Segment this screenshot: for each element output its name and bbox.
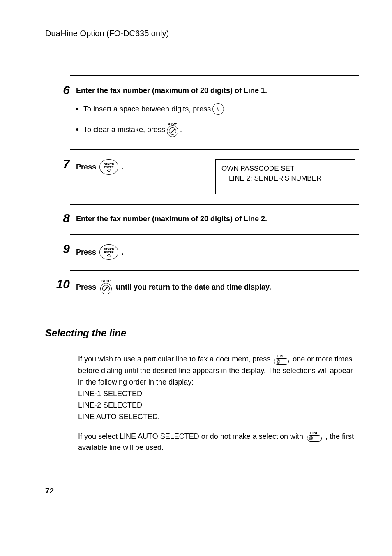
at-symbol: @ bbox=[309, 436, 313, 440]
page-number: 72 bbox=[45, 486, 359, 496]
diamond-icon bbox=[107, 169, 111, 173]
divider bbox=[70, 204, 359, 205]
step-6-bullet-2: To clear a mistake, press STOP . bbox=[76, 122, 359, 137]
line-key-icon: LINE @ bbox=[274, 354, 289, 365]
period: . bbox=[122, 162, 124, 172]
start-enter-key-icon: START/ ENTER bbox=[99, 244, 118, 260]
press-label: Press bbox=[76, 162, 96, 172]
bullet-text: . bbox=[226, 104, 228, 114]
line-key-icon: LINE @ bbox=[307, 431, 322, 442]
diamond-icon bbox=[107, 254, 111, 258]
lcd-display: OWN PASSCODE SET LINE 2: SENDER'S NUMBER bbox=[215, 159, 355, 194]
bullet-icon bbox=[76, 128, 78, 131]
step-9: 9 Press START/ ENTER . bbox=[45, 243, 359, 260]
step-8: 8 Enter the fax number (maximum of 20 di… bbox=[45, 212, 359, 225]
stop-key-icon: STOP bbox=[100, 280, 112, 294]
step-8-title: Enter the fax number (maximum of 20 digi… bbox=[76, 215, 267, 223]
paragraph-1: If you wish to use a particular line to … bbox=[78, 354, 355, 422]
bullet-text: . bbox=[180, 125, 182, 135]
step-number: 7 bbox=[45, 158, 70, 170]
line-label: LINE bbox=[277, 354, 286, 358]
bullet-text: To insert a space between digits, press bbox=[83, 104, 211, 114]
para-text: If you select LINE AUTO SELECTED or do n… bbox=[78, 432, 305, 440]
line-label: LINE bbox=[310, 431, 319, 435]
para-line: LINE-2 SELECTED bbox=[78, 401, 142, 409]
step-number: 10 bbox=[45, 278, 70, 290]
stop-key-icon: STOP bbox=[167, 122, 178, 137]
step-number: 9 bbox=[45, 243, 70, 255]
para-text: If you wish to use a particular line to … bbox=[78, 355, 272, 363]
step-7: 7 Press START/ ENTER . OWN PASSCODE SET … bbox=[45, 158, 359, 194]
step-10: 10 Press STOP until you return to the da… bbox=[45, 278, 359, 294]
para-line: LINE AUTO SELECTED. bbox=[78, 412, 160, 421]
step-6-bullet-1: To insert a space between digits, press … bbox=[76, 103, 359, 115]
stop-label: STOP bbox=[168, 122, 177, 125]
display-line-1: OWN PASSCODE SET bbox=[221, 164, 349, 174]
para-line: LINE-1 SELECTED bbox=[78, 389, 142, 398]
step-6-title: Enter the fax number (maximum of 20 digi… bbox=[76, 86, 267, 95]
period: . bbox=[122, 247, 124, 257]
display-line-2: LINE 2: SENDER'S NUMBER bbox=[221, 174, 349, 183]
hash-key-icon: # bbox=[212, 103, 224, 115]
bullet-text: To clear a mistake, press bbox=[83, 125, 165, 135]
start-label: START/ bbox=[104, 163, 114, 166]
divider bbox=[70, 270, 359, 271]
press-label: Press bbox=[76, 282, 96, 292]
divider bbox=[70, 149, 359, 150]
start-enter-key-icon: START/ ENTER bbox=[99, 159, 118, 175]
divider bbox=[70, 75, 359, 76]
page-header: Dual-line Option (FO-DC635 only) bbox=[45, 29, 359, 38]
start-label: START/ bbox=[104, 248, 114, 251]
stop-label: STOP bbox=[101, 280, 111, 283]
step-number: 8 bbox=[45, 212, 70, 225]
at-symbol: @ bbox=[276, 359, 280, 364]
step-number: 6 bbox=[45, 84, 70, 96]
press-label: Press bbox=[76, 247, 96, 257]
paragraph-2: If you select LINE AUTO SELECTED or do n… bbox=[78, 431, 355, 454]
step-10-rest: until you return to the date and time di… bbox=[116, 282, 271, 292]
bullet-icon bbox=[76, 108, 78, 110]
section-title: Selecting the line bbox=[45, 327, 359, 339]
divider bbox=[70, 234, 359, 235]
step-6: 6 Enter the fax number (maximum of 20 di… bbox=[45, 84, 359, 139]
